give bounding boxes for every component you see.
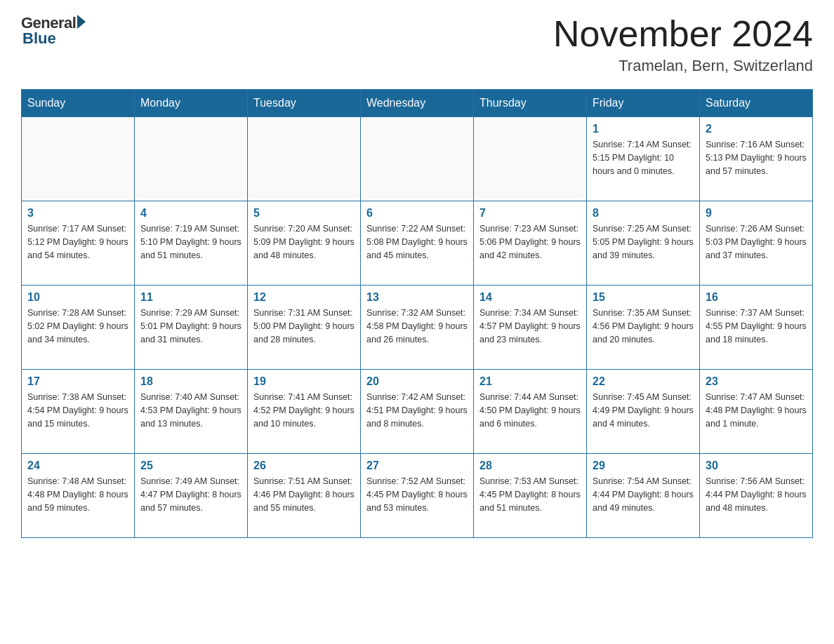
- weekday-header-thursday: Thursday: [474, 90, 587, 117]
- calendar-cell: 10Sunrise: 7:28 AM Sunset: 5:02 PM Dayli…: [22, 286, 135, 370]
- page-header: General Blue November 2024 Tramelan, Ber…: [21, 14, 813, 75]
- day-number: 10: [27, 291, 128, 304]
- calendar-cell: 7Sunrise: 7:23 AM Sunset: 5:06 PM Daylig…: [474, 201, 587, 286]
- calendar-cell: [22, 117, 135, 201]
- weekday-header-saturday: Saturday: [700, 90, 813, 117]
- day-info: Sunrise: 7:49 AM Sunset: 4:47 PM Dayligh…: [140, 475, 241, 514]
- month-title: November 2024: [553, 14, 813, 54]
- day-info: Sunrise: 7:14 AM Sunset: 5:15 PM Dayligh…: [593, 138, 694, 177]
- weekday-header-monday: Monday: [135, 90, 248, 117]
- day-info: Sunrise: 7:34 AM Sunset: 4:57 PM Dayligh…: [479, 307, 581, 346]
- calendar-cell: [248, 117, 361, 201]
- day-info: Sunrise: 7:56 AM Sunset: 4:44 PM Dayligh…: [706, 475, 807, 514]
- day-number: 11: [140, 291, 241, 304]
- calendar-cell: [135, 117, 248, 201]
- day-number: 25: [140, 459, 241, 472]
- calendar-cell: 14Sunrise: 7:34 AM Sunset: 4:57 PM Dayli…: [474, 286, 587, 370]
- day-number: 5: [253, 207, 355, 220]
- day-info: Sunrise: 7:26 AM Sunset: 5:03 PM Dayligh…: [706, 222, 807, 262]
- day-number: 22: [593, 375, 694, 388]
- calendar-cell: 30Sunrise: 7:56 AM Sunset: 4:44 PM Dayli…: [700, 454, 813, 538]
- week-row-4: 17Sunrise: 7:38 AM Sunset: 4:54 PM Dayli…: [22, 370, 813, 454]
- day-number: 21: [479, 375, 581, 388]
- week-row-5: 24Sunrise: 7:48 AM Sunset: 4:48 PM Dayli…: [22, 454, 813, 538]
- day-number: 6: [366, 207, 468, 220]
- day-info: Sunrise: 7:45 AM Sunset: 4:49 PM Dayligh…: [593, 391, 694, 430]
- calendar-cell: 17Sunrise: 7:38 AM Sunset: 4:54 PM Dayli…: [22, 370, 135, 454]
- day-number: 9: [706, 207, 807, 220]
- calendar-body: 1Sunrise: 7:14 AM Sunset: 5:15 PM Daylig…: [22, 117, 813, 538]
- day-info: Sunrise: 7:40 AM Sunset: 4:53 PM Dayligh…: [140, 391, 241, 430]
- week-row-3: 10Sunrise: 7:28 AM Sunset: 5:02 PM Dayli…: [22, 286, 813, 370]
- calendar-header: SundayMondayTuesdayWednesdayThursdayFrid…: [22, 90, 813, 117]
- day-number: 2: [706, 123, 807, 135]
- day-info: Sunrise: 7:53 AM Sunset: 4:45 PM Dayligh…: [479, 475, 581, 514]
- day-info: Sunrise: 7:16 AM Sunset: 5:13 PM Dayligh…: [706, 138, 807, 177]
- day-info: Sunrise: 7:35 AM Sunset: 4:56 PM Dayligh…: [593, 307, 694, 346]
- day-number: 7: [479, 207, 581, 220]
- week-row-1: 1Sunrise: 7:14 AM Sunset: 5:15 PM Daylig…: [22, 117, 813, 201]
- calendar-cell: 4Sunrise: 7:19 AM Sunset: 5:10 PM Daylig…: [135, 201, 248, 286]
- calendar-cell: 26Sunrise: 7:51 AM Sunset: 4:46 PM Dayli…: [248, 454, 361, 538]
- day-info: Sunrise: 7:38 AM Sunset: 4:54 PM Dayligh…: [27, 391, 128, 430]
- day-number: 4: [140, 207, 241, 220]
- day-number: 1: [593, 123, 694, 135]
- calendar-cell: 16Sunrise: 7:37 AM Sunset: 4:55 PM Dayli…: [700, 286, 813, 370]
- day-number: 8: [593, 207, 694, 220]
- logo: General Blue: [21, 14, 86, 48]
- day-number: 19: [253, 375, 355, 388]
- day-info: Sunrise: 7:17 AM Sunset: 5:12 PM Dayligh…: [27, 222, 128, 262]
- calendar-cell: 28Sunrise: 7:53 AM Sunset: 4:45 PM Dayli…: [474, 454, 587, 538]
- day-number: 23: [706, 375, 807, 388]
- calendar-cell: 18Sunrise: 7:40 AM Sunset: 4:53 PM Dayli…: [135, 370, 248, 454]
- day-number: 3: [27, 207, 128, 220]
- weekday-header-row: SundayMondayTuesdayWednesdayThursdayFrid…: [22, 90, 813, 117]
- calendar-cell: 23Sunrise: 7:47 AM Sunset: 4:48 PM Dayli…: [700, 370, 813, 454]
- day-info: Sunrise: 7:54 AM Sunset: 4:44 PM Dayligh…: [593, 475, 694, 514]
- calendar-cell: 8Sunrise: 7:25 AM Sunset: 5:05 PM Daylig…: [587, 201, 700, 286]
- calendar-cell: 12Sunrise: 7:31 AM Sunset: 5:00 PM Dayli…: [248, 286, 361, 370]
- day-info: Sunrise: 7:28 AM Sunset: 5:02 PM Dayligh…: [27, 307, 128, 346]
- calendar-table: SundayMondayTuesdayWednesdayThursdayFrid…: [21, 89, 813, 538]
- calendar-cell: [474, 117, 587, 201]
- day-number: 24: [27, 459, 128, 472]
- calendar-cell: 24Sunrise: 7:48 AM Sunset: 4:48 PM Dayli…: [22, 454, 135, 538]
- day-info: Sunrise: 7:51 AM Sunset: 4:46 PM Dayligh…: [253, 475, 355, 514]
- weekday-header-wednesday: Wednesday: [361, 90, 474, 117]
- calendar-cell: 9Sunrise: 7:26 AM Sunset: 5:03 PM Daylig…: [700, 201, 813, 286]
- day-number: 15: [593, 291, 694, 304]
- calendar-cell: 29Sunrise: 7:54 AM Sunset: 4:44 PM Dayli…: [587, 454, 700, 538]
- day-info: Sunrise: 7:19 AM Sunset: 5:10 PM Dayligh…: [140, 222, 241, 262]
- day-info: Sunrise: 7:52 AM Sunset: 4:45 PM Dayligh…: [366, 475, 468, 514]
- location-text: Tramelan, Bern, Switzerland: [553, 57, 813, 75]
- calendar-cell: 2Sunrise: 7:16 AM Sunset: 5:13 PM Daylig…: [700, 117, 813, 201]
- day-number: 13: [366, 291, 468, 304]
- weekday-header-sunday: Sunday: [22, 90, 135, 117]
- day-number: 17: [27, 375, 128, 388]
- day-number: 12: [253, 291, 355, 304]
- calendar-cell: 3Sunrise: 7:17 AM Sunset: 5:12 PM Daylig…: [22, 201, 135, 286]
- day-info: Sunrise: 7:32 AM Sunset: 4:58 PM Dayligh…: [366, 307, 468, 346]
- week-row-2: 3Sunrise: 7:17 AM Sunset: 5:12 PM Daylig…: [22, 201, 813, 286]
- day-number: 30: [706, 459, 807, 472]
- day-number: 18: [140, 375, 241, 388]
- day-info: Sunrise: 7:37 AM Sunset: 4:55 PM Dayligh…: [706, 307, 807, 346]
- day-info: Sunrise: 7:42 AM Sunset: 4:51 PM Dayligh…: [366, 391, 468, 430]
- day-info: Sunrise: 7:29 AM Sunset: 5:01 PM Dayligh…: [140, 307, 241, 346]
- calendar-cell: 13Sunrise: 7:32 AM Sunset: 4:58 PM Dayli…: [361, 286, 474, 370]
- weekday-header-tuesday: Tuesday: [248, 90, 361, 117]
- logo-blue-text: Blue: [22, 29, 56, 48]
- day-info: Sunrise: 7:25 AM Sunset: 5:05 PM Dayligh…: [593, 222, 694, 262]
- calendar-cell: 5Sunrise: 7:20 AM Sunset: 5:09 PM Daylig…: [248, 201, 361, 286]
- day-number: 28: [479, 459, 581, 472]
- calendar-cell: 1Sunrise: 7:14 AM Sunset: 5:15 PM Daylig…: [587, 117, 700, 201]
- day-info: Sunrise: 7:48 AM Sunset: 4:48 PM Dayligh…: [27, 475, 128, 514]
- day-info: Sunrise: 7:41 AM Sunset: 4:52 PM Dayligh…: [253, 391, 355, 430]
- title-section: November 2024 Tramelan, Bern, Switzerlan…: [553, 14, 813, 75]
- day-number: 27: [366, 459, 468, 472]
- day-number: 26: [253, 459, 355, 472]
- day-number: 16: [706, 291, 807, 304]
- calendar-cell: 27Sunrise: 7:52 AM Sunset: 4:45 PM Dayli…: [361, 454, 474, 538]
- day-info: Sunrise: 7:23 AM Sunset: 5:06 PM Dayligh…: [479, 222, 581, 262]
- calendar-cell: 20Sunrise: 7:42 AM Sunset: 4:51 PM Dayli…: [361, 370, 474, 454]
